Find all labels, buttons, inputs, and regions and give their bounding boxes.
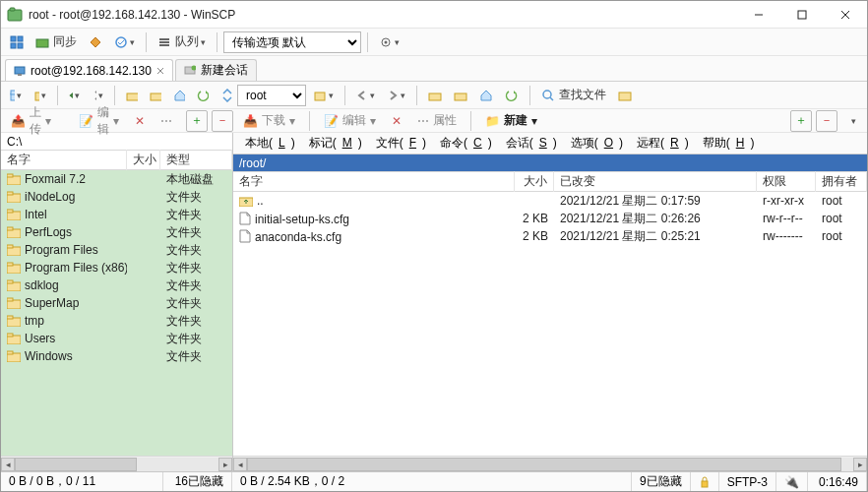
remote-file-list[interactable]: ..2021/12/21 星期二 0:17:59r-xr-xr-xrootini… <box>233 192 867 456</box>
menu-item[interactable]: 帮助(H) <box>697 133 761 154</box>
list-item[interactable]: Intel文件夹 <box>1 206 232 223</box>
local-h-scrollbar[interactable]: ◂▸ <box>1 456 232 471</box>
remote-h-scrollbar[interactable]: ◂▸ <box>233 456 867 471</box>
local-sync-browse-icon[interactable] <box>216 85 237 106</box>
menu-item[interactable]: 会话(S) <box>500 133 563 154</box>
session-tab-active[interactable]: root@192.168.142.130 <box>5 59 173 81</box>
menu-item[interactable]: 标记(M) <box>303 133 368 154</box>
list-item[interactable]: tmp文件夹 <box>1 312 232 330</box>
list-item[interactable]: initial-setup-ks.cfg2 KB2021/12/21 星期二 0… <box>233 210 867 227</box>
col-name[interactable]: 名字 <box>1 150 127 170</box>
list-item[interactable]: Program Files (x86)文件夹 <box>1 259 232 277</box>
new-local-plus-icon[interactable]: ＋ <box>186 110 208 132</box>
svg-point-16 <box>385 40 388 43</box>
new-remote-button[interactable]: 📁 新建 ▾ <box>479 110 543 131</box>
svg-rect-43 <box>7 245 13 248</box>
props-local-button[interactable]: ⋯ <box>155 112 178 130</box>
remote-parent-icon[interactable] <box>423 85 447 106</box>
session-tab-bar: root@192.168.142.130 新建会话 <box>1 56 867 82</box>
list-item[interactable]: sdklog文件夹 <box>1 277 232 294</box>
remote-back-button[interactable] <box>351 85 380 106</box>
window-title: root - root@192.168.142.130 - WinSCP <box>29 8 737 22</box>
list-item[interactable]: anaconda-ks.cfg2 KB2021/12/21 星期二 0:25:2… <box>233 227 867 245</box>
remote-bookmark-icon[interactable] <box>613 85 637 106</box>
remote-list-header[interactable]: 名字 大小 已改变 权限 拥有者 <box>233 172 867 192</box>
queue-button[interactable]: 队列 <box>153 31 211 53</box>
list-item[interactable]: Windows文件夹 <box>1 347 232 365</box>
tab-close-icon[interactable] <box>156 67 164 75</box>
menu-item[interactable]: 文件(F) <box>370 133 432 154</box>
status-local: 0 B / 0 B，0 / 11 <box>1 472 163 491</box>
new-local-minus-icon[interactable]: － <box>212 110 233 132</box>
local-list-header[interactable]: 名字 大小 类型 <box>1 151 232 170</box>
svg-point-31 <box>543 91 551 98</box>
menu-item[interactable]: 命令(C) <box>434 133 498 154</box>
col-size[interactable]: 大小 <box>127 150 160 170</box>
list-item[interactable]: iNodeLog文件夹 <box>1 188 232 206</box>
col-owner[interactable]: 拥有者 <box>816 171 867 192</box>
menu-item[interactable]: 远程(R) <box>631 133 695 154</box>
separator <box>367 32 368 52</box>
col-size[interactable]: 大小 <box>515 171 554 192</box>
svg-rect-7 <box>18 36 23 41</box>
list-item[interactable]: SuperMap文件夹 <box>1 294 232 312</box>
local-root-icon[interactable] <box>145 85 166 106</box>
transfer-options-combo[interactable]: 传输选项 默认 <box>223 31 361 53</box>
local-file-list[interactable]: Foxmail 7.2本地磁盘iNodeLog文件夹Intel文件夹PerfLo… <box>1 170 232 456</box>
remote-path-bar[interactable]: /root/ <box>233 154 867 172</box>
maximize-button[interactable] <box>780 1 824 28</box>
browse-icon[interactable] <box>84 31 107 53</box>
remote-forward-button[interactable] <box>382 85 410 106</box>
remote-folder-combo[interactable]: root <box>237 85 306 106</box>
svg-rect-51 <box>7 316 13 319</box>
find-files-button[interactable]: 查找文件 <box>536 85 611 106</box>
local-path-bar[interactable]: C:\ <box>1 133 232 151</box>
tab-label: root@192.168.142.130 <box>31 64 152 78</box>
svg-rect-29 <box>429 93 441 100</box>
status-local-hidden: 16已隐藏 <box>163 472 232 491</box>
edit-remote-button[interactable]: 📝 编辑 ▾ <box>318 110 382 131</box>
list-item[interactable]: ..2021/12/21 星期二 0:17:59r-xr-xr-xroot <box>233 192 867 210</box>
remote-root-icon[interactable] <box>449 85 472 106</box>
local-home-icon[interactable] <box>168 85 190 106</box>
svg-rect-9 <box>18 43 23 48</box>
new-remote-plus-icon[interactable]: ＋ <box>790 110 812 132</box>
status-lock-icon[interactable] <box>691 472 719 491</box>
remote-home-icon[interactable] <box>474 85 498 106</box>
col-name[interactable]: 名字 <box>233 171 515 192</box>
props-remote-button[interactable]: ⋯ 属性 <box>411 110 463 131</box>
close-button[interactable] <box>824 1 867 28</box>
col-rights[interactable]: 权限 <box>757 171 816 192</box>
tab-label: 新建会话 <box>201 62 248 79</box>
remote-menu-bar[interactable]: 本地(L)标记(M)文件(F)命令(C)会话(S)选项(O)远程(R)帮助(H) <box>233 133 867 154</box>
action-row: 📤 上传 ▾ 📝 编辑 ▾ ✕ ⋯ ＋ － 📥 下载 ▾ 📝 编辑 ▾ ✕ ⋯ … <box>1 109 867 133</box>
remote-refresh-icon[interactable] <box>500 85 524 106</box>
grid-icon[interactable] <box>5 31 29 53</box>
remote-filter-dropdown[interactable] <box>308 85 339 106</box>
new-session-tab[interactable]: 新建会话 <box>175 59 257 81</box>
menu-item[interactable]: 本地(L) <box>239 133 301 154</box>
list-item[interactable]: PerfLogs文件夹 <box>1 223 232 241</box>
status-plug-icon[interactable]: 🔌 <box>776 472 808 491</box>
download-button[interactable]: 📥 下载 ▾ <box>237 110 301 131</box>
list-item[interactable]: Program Files文件夹 <box>1 241 232 259</box>
sync-button[interactable]: 同步 <box>31 31 82 53</box>
separator <box>217 32 217 52</box>
minimize-button[interactable] <box>737 1 780 28</box>
local-refresh-icon[interactable] <box>192 85 214 106</box>
new-remote-minus-icon[interactable]: － <box>816 110 837 132</box>
svg-rect-35 <box>7 174 13 177</box>
delete-local-button[interactable]: ✕ <box>129 112 151 130</box>
col-changed[interactable]: 已改变 <box>554 171 757 192</box>
sync-mode-dropdown[interactable] <box>109 31 140 53</box>
delete-remote-button[interactable]: ✕ <box>386 112 407 130</box>
list-item[interactable]: Foxmail 7.2本地磁盘 <box>1 170 232 188</box>
svg-rect-28 <box>315 92 325 100</box>
remote-pane: 本地(L)标记(M)文件(F)命令(C)会话(S)选项(O)远程(R)帮助(H)… <box>233 133 867 471</box>
col-type[interactable]: 类型 <box>160 150 232 170</box>
list-item[interactable]: Users文件夹 <box>1 330 232 347</box>
new-remote-more[interactable] <box>841 110 863 132</box>
settings-icon[interactable] <box>374 31 404 53</box>
status-protocol[interactable]: SFTP-3 <box>719 472 776 491</box>
menu-item[interactable]: 选项(O) <box>565 133 629 154</box>
